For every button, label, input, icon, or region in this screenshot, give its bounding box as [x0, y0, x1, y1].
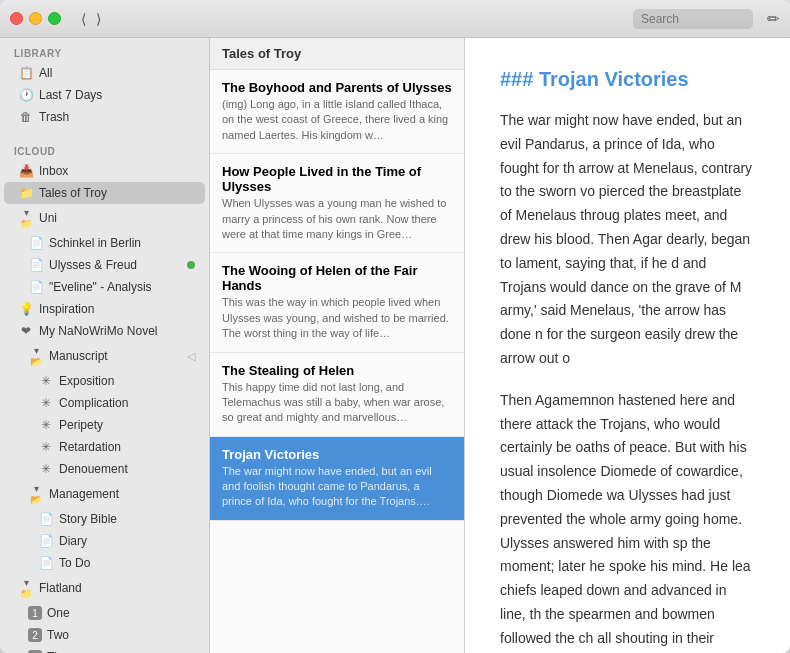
sidebar-item-trash[interactable]: 🗑 Trash — [4, 106, 205, 128]
sidebar-item-nanowrimo-label: My NaNoWriMo Novel — [39, 324, 195, 338]
folder-icon-uni: ▾📁 — [18, 207, 34, 229]
note-preview-boyhood: (img) Long ago, in a little island calle… — [222, 97, 452, 143]
sidebar-item-one-label: One — [47, 606, 195, 620]
content-para-2: Then Agamemnon hastened here and there a… — [500, 389, 755, 653]
sidebar-item-management[interactable]: ▾📂 Management — [4, 480, 205, 508]
folder-icon-manuscript: ▾📂 — [28, 345, 44, 367]
sidebar-item-one[interactable]: 1 One — [4, 602, 205, 624]
doc-icon-sb: 📄 — [38, 512, 54, 526]
number-two-icon: 2 — [28, 628, 42, 642]
sidebar-item-complication[interactable]: ✳ Complication — [4, 392, 205, 414]
content-text: The war might now have ended, but an evi… — [500, 109, 755, 653]
gear-icon-peri: ✳ — [38, 418, 54, 432]
gear-icon-expo: ✳ — [38, 374, 54, 388]
sidebar-item-talesoftroy[interactable]: 📁 Tales of Troy — [4, 182, 205, 204]
sidebar-item-denouement[interactable]: ✳ Denouement — [4, 458, 205, 480]
note-preview-howpeople: When Ulysses was a young man he wished t… — [222, 196, 452, 242]
app-window: ⟨ ⟩ ✏ Library 📋 All 🕐 Last 7 Days 🗑 Tras… — [0, 0, 790, 653]
sidebar-item-diary[interactable]: 📄 Diary — [4, 530, 205, 552]
note-item-howpeople[interactable]: How People Lived in the Time of Ulysses … — [210, 154, 464, 253]
forward-button[interactable]: ⟩ — [94, 9, 103, 29]
sidebar-item-eveline[interactable]: 📄 "Eveline" - Analysis — [4, 276, 205, 298]
sidebar-item-inspiration-label: Inspiration — [39, 302, 195, 316]
maximize-button[interactable] — [48, 12, 61, 25]
sidebar-item-inbox[interactable]: 📥 Inbox — [4, 160, 205, 182]
gear-icon-ret: ✳ — [38, 440, 54, 454]
sidebar-item-manuscript[interactable]: ▾📂 Manuscript ◁ — [4, 342, 205, 370]
gear-icon-comp: ✳ — [38, 396, 54, 410]
sidebar-item-uni-label: Uni — [39, 211, 195, 225]
nav-controls: ⟨ ⟩ — [79, 9, 103, 29]
sidebar-item-ulyssesfreud-label: Ulysses & Freud — [49, 258, 187, 272]
note-title-howpeople: How People Lived in the Time of Ulysses — [222, 164, 452, 194]
sidebar-item-management-label: Management — [49, 487, 195, 501]
sidebar-item-two[interactable]: 2 Two — [4, 624, 205, 646]
sidebar-item-retardation[interactable]: ✳ Retardation — [4, 436, 205, 458]
note-title-trojan: Trojan Victories — [222, 447, 452, 462]
minimize-button[interactable] — [29, 12, 42, 25]
sidebar-item-three[interactable]: 3 Three — [4, 646, 205, 653]
sidebar-item-todo-label: To Do — [59, 556, 195, 570]
note-title-stealing: The Stealing of Helen — [222, 363, 452, 378]
doc-icon-todo: 📄 — [38, 556, 54, 570]
sidebar-item-ulyssesfreud[interactable]: 📄 Ulysses & Freud — [4, 254, 205, 276]
titlebar: ⟨ ⟩ ✏ — [0, 0, 790, 38]
sidebar-item-uni[interactable]: ▾📁 Uni — [4, 204, 205, 232]
note-preview-wooing: This was the way in which people lived w… — [222, 295, 452, 341]
sidebar-item-schinkel-label: Schinkel in Berlin — [49, 236, 195, 250]
note-title-boyhood: The Boyhood and Parents of Ulysses — [222, 80, 452, 95]
sidebar-item-manuscript-label: Manuscript — [49, 349, 187, 363]
sidebar-item-peripety-label: Peripety — [59, 418, 195, 432]
icloud-section-label: iCloud — [0, 136, 209, 160]
middle-header: Tales of Troy — [210, 38, 464, 70]
sidebar-item-exposition-label: Exposition — [59, 374, 195, 388]
sidebar-item-peripety[interactable]: ✳ Peripety — [4, 414, 205, 436]
compose-button[interactable]: ✏ — [767, 10, 780, 28]
search-input[interactable] — [633, 9, 753, 29]
sidebar-item-schinkel[interactable]: 📄 Schinkel in Berlin — [4, 232, 205, 254]
number-one-icon: 1 — [28, 606, 42, 620]
content-title: ### Trojan Victories — [500, 68, 755, 91]
note-item-trojan[interactable]: Trojan Victories The war might now have … — [210, 437, 464, 521]
all-icon: 📋 — [18, 66, 34, 80]
sidebar-item-last7days[interactable]: 🕐 Last 7 Days — [4, 84, 205, 106]
inspiration-icon: 💡 — [18, 302, 34, 316]
folder-icon-flat: ▾📁 — [18, 577, 34, 599]
sidebar-item-talesoftroy-label: Tales of Troy — [39, 186, 195, 200]
note-item-boyhood[interactable]: The Boyhood and Parents of Ulysses (img)… — [210, 70, 464, 154]
close-button[interactable] — [10, 12, 23, 25]
sidebar-item-retardation-label: Retardation — [59, 440, 195, 454]
green-dot — [187, 261, 195, 269]
note-item-wooing[interactable]: The Wooing of Helen of the Fair Hands Th… — [210, 253, 464, 352]
sidebar-item-inspiration[interactable]: 💡 Inspiration — [4, 298, 205, 320]
sidebar-item-diary-label: Diary — [59, 534, 195, 548]
inbox-icon: 📥 — [18, 164, 34, 178]
sidebar-item-complication-label: Complication — [59, 396, 195, 410]
doc-icon-2: 📄 — [28, 258, 44, 272]
sidebar-item-trash-label: Trash — [39, 110, 195, 124]
sidebar-item-todo[interactable]: 📄 To Do — [4, 552, 205, 574]
expand-arrow: ◁ — [187, 350, 195, 363]
doc-icon-diary: 📄 — [38, 534, 54, 548]
heart-icon: ❤ — [18, 324, 34, 338]
traffic-lights — [10, 12, 61, 25]
folder-icon-mgmt: ▾📂 — [28, 483, 44, 505]
sidebar-item-denouement-label: Denouement — [59, 462, 195, 476]
note-list: The Boyhood and Parents of Ulysses (img)… — [210, 70, 464, 653]
folder-icon: 📁 — [18, 186, 34, 200]
sidebar-item-flatland-label: Flatland — [39, 581, 195, 595]
note-title-wooing: The Wooing of Helen of the Fair Hands — [222, 263, 452, 293]
sidebar-item-exposition[interactable]: ✳ Exposition — [4, 370, 205, 392]
sidebar-item-all[interactable]: 📋 All — [4, 62, 205, 84]
sidebar-item-storybible-label: Story Bible — [59, 512, 195, 526]
note-item-stealing[interactable]: The Stealing of Helen This happy time di… — [210, 353, 464, 437]
back-button[interactable]: ⟨ — [79, 9, 88, 29]
sidebar-item-storybible[interactable]: 📄 Story Bible — [4, 508, 205, 530]
sidebar-item-last7days-label: Last 7 Days — [39, 88, 195, 102]
note-preview-stealing: This happy time did not last long, and T… — [222, 380, 452, 426]
sidebar-item-flatland[interactable]: ▾📁 Flatland — [4, 574, 205, 602]
trash-icon: 🗑 — [18, 110, 34, 124]
sidebar-item-nanowrimo[interactable]: ❤ My NaNoWriMo Novel — [4, 320, 205, 342]
content-pane: ### Trojan Victories The war might now h… — [465, 38, 790, 653]
doc-icon-3: 📄 — [28, 280, 44, 294]
